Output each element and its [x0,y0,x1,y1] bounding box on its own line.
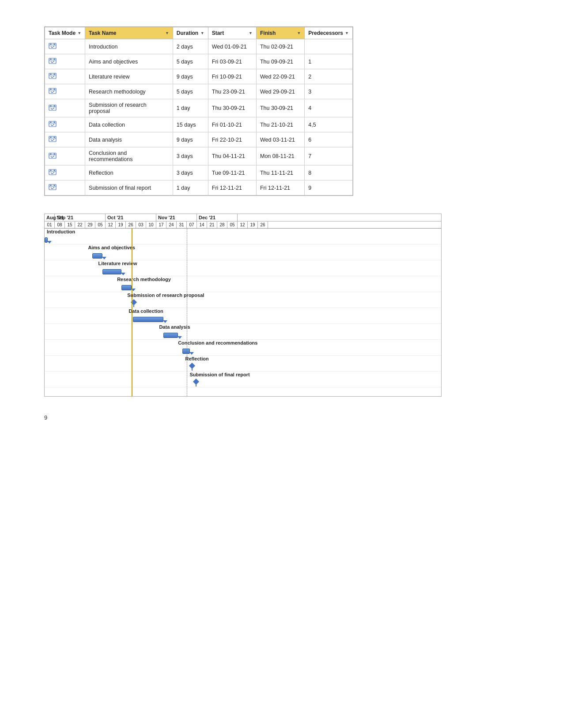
col-predecessors: Predecessors ▼ [305,27,353,39]
gantt-task-label: Conclusion and recommendations [178,340,257,345]
task-finish-cell: Mon 08-11-21 [256,147,304,165]
task-name-cell: Aims and objectives [85,54,173,69]
col-duration: Duration ▼ [173,27,208,39]
svg-point-22 [50,122,52,123]
gantt-milestone-tick [192,368,193,371]
svg-point-10 [50,74,52,75]
task-mode-cell [45,117,85,132]
svg-point-2 [50,44,52,45]
gantt-task-label: Data analysis [159,324,190,330]
gantt-month-label: Nov '21 [156,214,197,221]
table-row: Literature review 9 days Fri 10-09-21 We… [45,69,353,84]
task-mode-icon [49,183,57,192]
task-finish-cell: Wed 22-09-21 [256,69,304,84]
table-row: Reflection 3 days Tue 09-11-21 Thu 11-11… [45,165,353,180]
gantt-bar-arrow [189,352,194,355]
gantt-week-label: 21 [207,221,217,228]
svg-rect-24 [49,136,56,142]
task-table: Task Mode ▼ Task Name ▼ Duration ▼ [44,26,353,196]
task-mode-cell [45,39,85,54]
gantt-task-label: Submission of final report [189,372,249,377]
task-pred-cell: 3 [305,84,353,99]
task-name-cell: Data collection [85,117,173,132]
task-pred-cell: 1 [305,54,353,69]
task-finish-cell: Wed 29-09-21 [256,84,304,99]
page-number: 9 [44,414,528,421]
gantt-task-row: Data analysis [45,324,441,340]
table-row: Submission of research proposal 1 day Th… [45,99,353,117]
task-duration-cell: 15 days [173,117,208,132]
gantt-bar-arrow [178,336,182,339]
task-finish-cell: Thu 30-09-21 [256,99,304,117]
svg-point-14 [50,89,52,90]
task-start-cell: Fri 22-10-21 [208,132,256,147]
gantt-task-row: Submission of research proposal [45,292,441,308]
gantt-week-label: 26 [258,221,268,228]
task-start-cell: Fri 10-09-21 [208,69,256,84]
task-pred-cell: 7 [305,147,353,165]
task-mode-cell [45,132,85,147]
task-mode-icon [49,42,57,51]
sort-arrow-task-name[interactable]: ▼ [165,31,169,35]
gantt-task-row: Aims and objectives [45,244,441,260]
svg-point-31 [54,153,55,154]
task-duration-cell: 1 day [173,99,208,117]
task-mode-cell [45,147,85,165]
gantt-week-label: 07 [187,221,197,228]
gantt-task-bar [121,285,132,290]
task-mode-icon [49,168,57,177]
svg-rect-12 [49,88,56,94]
gantt-week-label: 15 [65,221,75,228]
task-start-cell: Thu 23-09-21 [208,84,256,99]
task-duration-cell: 5 days [173,54,208,69]
gantt-week-label: 22 [75,221,85,228]
gantt-task-row: Introduction [45,229,441,244]
table-row: Data analysis 9 days Fri 22-10-21 Wed 03… [45,132,353,147]
task-mode-icon [49,120,57,129]
col-task-mode: Task Mode ▼ [45,27,85,39]
gantt-task-label: Data collection [128,308,163,314]
svg-point-3 [54,44,55,45]
task-name-cell: Introduction [85,39,173,54]
gantt-milestone-tick [196,384,196,387]
svg-rect-20 [49,121,56,127]
task-name-cell: Literature review [85,69,173,84]
gantt-task-label: Research methodology [117,277,171,282]
task-pred-cell: 4 [305,99,353,117]
gantt-week-label: 08 [55,221,65,228]
sort-arrow-finish[interactable]: ▼ [297,31,301,35]
svg-rect-28 [49,153,56,158]
gantt-month-label: Aug '21 [45,214,55,221]
task-start-cell: Fri 03-09-21 [208,54,256,69]
task-start-cell: Thu 30-09-21 [208,99,256,117]
task-name-cell: Conclusion and recommendations [85,147,173,165]
gantt-milestone-tick [133,304,134,307]
gantt-bar-arrow [102,257,106,259]
task-finish-cell: Thu 11-11-21 [256,165,304,180]
gantt-task-bar [163,333,178,338]
gantt-week-label: 01 [45,221,55,228]
gantt-week-label: 12 [238,221,248,228]
gantt-week-label: 29 [85,221,95,228]
task-start-cell: Tue 09-11-21 [208,165,256,180]
gantt-task-row: Literature review [45,260,441,276]
task-duration-cell: 1 day [173,180,208,195]
sort-arrow-duration[interactable]: ▼ [200,31,204,35]
task-pred-cell: 4,5 [305,117,353,132]
task-finish-cell: Thu 21-10-21 [256,117,304,132]
task-finish-cell: Thu 02-09-21 [256,39,304,54]
sort-arrow-start[interactable]: ▼ [249,31,253,35]
svg-point-38 [50,185,52,186]
gantt-task-bar [182,349,189,354]
table-row: Submission of final report 1 day Fri 12-… [45,180,353,195]
task-name-cell: Reflection [85,165,173,180]
task-duration-cell: 5 days [173,84,208,99]
task-start-cell: Thu 04-11-21 [208,147,256,165]
sort-arrow-predecessors[interactable]: ▼ [345,31,349,35]
svg-point-6 [50,59,52,60]
task-mode-cell [45,54,85,69]
sort-arrow-task-mode[interactable]: ▼ [77,31,81,35]
svg-point-27 [54,137,55,138]
task-mode-icon [49,104,57,113]
gantt-task-label: Reflection [185,356,209,361]
